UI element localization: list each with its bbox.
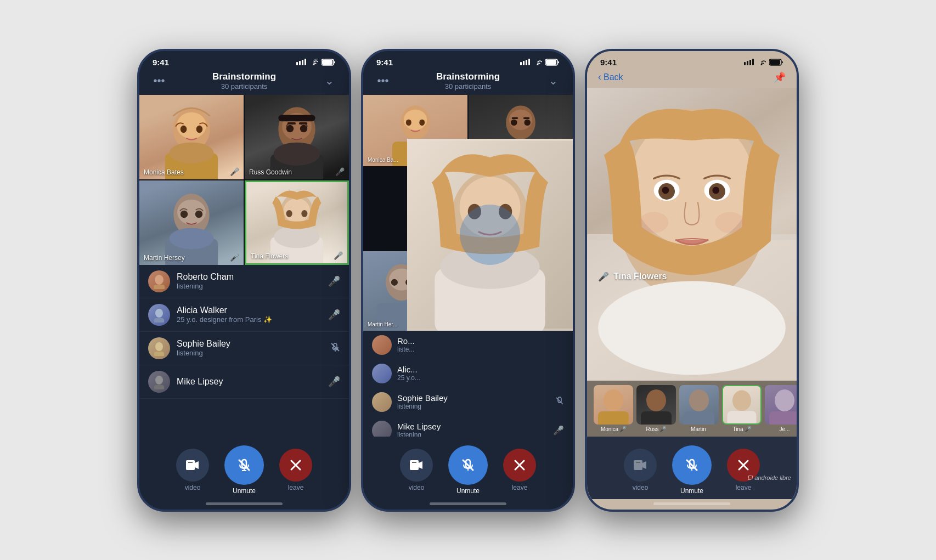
unmute-label-2: Unmute [456, 487, 480, 495]
participant-alicia-2[interactable]: Alic... 25 y.o... [363, 359, 573, 388]
thumb-video-monica [594, 385, 633, 425]
call-controls-3: video Unmute leave [587, 437, 797, 499]
svg-rect-114 [684, 411, 714, 425]
call-title-1: Brainstorming 30 participants [168, 71, 320, 90]
svg-point-27 [195, 210, 202, 217]
status-alicia-2: 25 y.o... [397, 374, 564, 382]
participant-mike[interactable]: Mike Lipsey 🎤 [139, 365, 349, 399]
thumb-label-martin: Martin [691, 426, 706, 432]
phone-3: 9:41 ‹ Back 📌 [585, 49, 799, 512]
video-circle-3 [624, 449, 657, 482]
thumb-video-tina [722, 385, 762, 425]
video-cell-russ[interactable]: Russ Goodwin 🎤 [245, 95, 349, 179]
small-label-monica: Monica Ba... [368, 157, 398, 163]
svg-rect-112 [641, 411, 672, 425]
wifi-icon [309, 59, 318, 65]
video-label-1: video [185, 484, 201, 491]
thumb-face-monica [594, 385, 633, 425]
svg-rect-51 [523, 61, 525, 65]
svg-point-72 [391, 279, 398, 285]
chevron-down-icon: ⌄ [325, 75, 334, 87]
thumb-video-martin [679, 385, 719, 425]
chevron-btn-2[interactable]: ⌄ [544, 74, 562, 87]
face-svg-monica [139, 95, 244, 179]
participant-sophie-2[interactable]: Sophie Bailey listening [363, 388, 573, 416]
face-svg-tina [246, 182, 347, 263]
unmute-btn-3[interactable]: Unmute [672, 445, 712, 495]
leave-btn-3[interactable]: leave [727, 449, 760, 491]
svg-point-91 [761, 64, 763, 66]
avatar-roberto [148, 270, 170, 292]
video-cell-martin[interactable]: Martin Hersey 🎤 [139, 180, 244, 265]
participant-mike-2[interactable]: Mike Lipsey listening 🎤 [363, 416, 573, 437]
svg-point-105 [662, 186, 669, 194]
pin-btn[interactable]: 📌 [774, 71, 786, 83]
back-btn[interactable]: ‹ Back [598, 71, 623, 83]
participant-alicia[interactable]: Alicia Walker 25 y.o. designer from Pari… [139, 298, 349, 332]
svg-rect-110 [598, 411, 629, 425]
participant-roberto[interactable]: Roberto Cham listening 🎤 [139, 265, 349, 298]
video-btn-2[interactable]: video [400, 449, 433, 491]
status-bar-3: 9:41 [587, 51, 797, 69]
thumb-martin[interactable]: Martin [679, 385, 719, 432]
unmute-btn-1[interactable]: Unmute [224, 445, 264, 495]
call-header-2: ••• Brainstorming 30 participants ⌄ [363, 69, 573, 95]
name-roberto: Roberto Cham [177, 272, 322, 282]
phone3-header: ‹ Back 📌 [587, 69, 797, 88]
thumb-monica[interactable]: Monica 🎤 [594, 385, 633, 432]
chevron-btn-1[interactable]: ⌄ [320, 74, 338, 87]
svg-point-111 [646, 389, 666, 411]
participant-sophie[interactable]: Sophie Bailey listening [139, 332, 349, 365]
fullscreen-video[interactable]: 🎤 Tina Flowers [587, 88, 797, 381]
thumb-je[interactable]: Je... [765, 385, 797, 432]
participant-roberto-2[interactable]: Ro... liste... [363, 331, 573, 359]
name-sophie: Sophie Bailey [177, 339, 324, 349]
thumb-label-je: Je... [780, 426, 790, 432]
svg-rect-67 [512, 117, 518, 118]
status-icons-1 [296, 59, 336, 66]
name-mike-2: Mike Lipsey [397, 422, 548, 431]
face-svg-russ [245, 95, 349, 179]
mic-russ: 🎤 [335, 167, 345, 176]
svg-rect-35 [154, 285, 165, 289]
featured-name: Tina Flowers [613, 271, 667, 281]
expanded-tina[interactable] [407, 139, 573, 331]
video-btn-1[interactable]: video [176, 449, 209, 491]
info-mike: Mike Lipsey [177, 377, 322, 387]
mic-alicia: 🎤 [328, 309, 340, 321]
thumb-tina[interactable]: Tina 🎤 [722, 385, 762, 432]
video-circle-1 [176, 449, 209, 482]
svg-rect-116 [728, 411, 757, 423]
status-roberto-2: liste... [397, 346, 564, 353]
video-cell-monica[interactable]: Monica Bates 🎤 [139, 95, 244, 179]
svg-point-42 [155, 376, 163, 384]
leave-btn-1[interactable]: leave [279, 449, 312, 491]
video-btn-3[interactable]: video [624, 449, 657, 491]
svg-point-17 [286, 125, 294, 132]
svg-point-65 [511, 119, 517, 125]
svg-point-58 [404, 109, 427, 129]
svg-point-61 [419, 119, 425, 125]
wifi-icon-2 [533, 59, 542, 65]
unmute-label-3: Unmute [680, 487, 703, 495]
status-roberto: listening [177, 282, 322, 290]
svg-rect-68 [523, 117, 529, 118]
leave-btn-2[interactable]: leave [503, 449, 536, 491]
call-title-2: Brainstorming 30 participants [392, 71, 544, 90]
unmute-btn-2[interactable]: Unmute [448, 445, 488, 495]
svg-point-18 [300, 125, 307, 132]
thumb-label-monica: Monica [601, 426, 618, 432]
avatar-face-mike [151, 374, 167, 389]
svg-rect-53 [528, 59, 530, 65]
name-roberto-2: Ro... [397, 336, 564, 346]
call-controls-2: video Unmute leave [363, 437, 573, 499]
more-options-btn-2[interactable]: ••• [374, 75, 392, 87]
unmute-circle-2 [448, 445, 488, 485]
thumb-face-je [765, 385, 797, 425]
thumb-russ[interactable]: Russ 🎤 [636, 385, 676, 432]
label-tina: Tina Flowers [251, 252, 288, 260]
video-cell-tina[interactable]: Tina Flowers 🎤 [245, 180, 349, 265]
svg-rect-20 [299, 122, 307, 125]
svg-point-117 [775, 389, 794, 411]
more-options-btn[interactable]: ••• [150, 75, 168, 87]
